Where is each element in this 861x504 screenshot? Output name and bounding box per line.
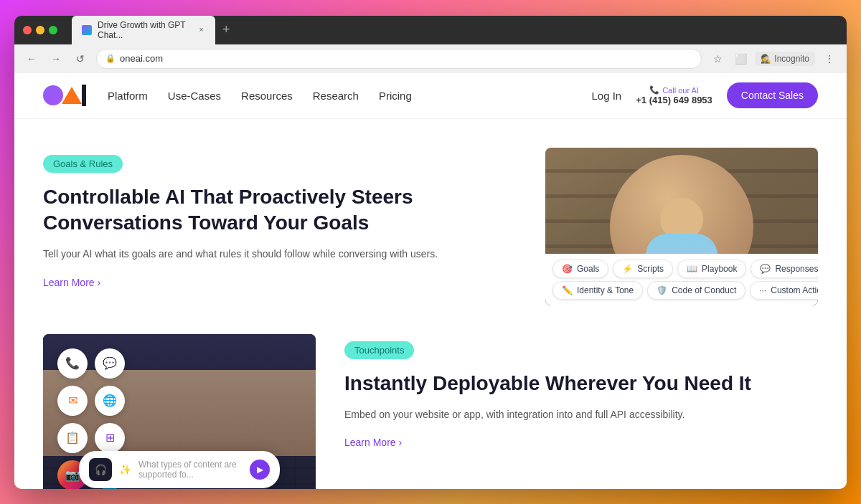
- tag-scripts[interactable]: ⚡ Scripts: [613, 260, 673, 278]
- main-content: Goals & Rules Controllable AI That Proac…: [14, 119, 847, 489]
- hero-image: 🎯 Goals ⚡ Scripts 📖 Playbook: [545, 148, 818, 305]
- lock-icon: 🔒: [105, 54, 116, 63]
- browser-window: Drive Growth with GPT Chat... × + ← → ↺ …: [14, 16, 847, 489]
- section1-right: 🎯 Goals ⚡ Scripts 📖 Playbook: [545, 148, 818, 305]
- custom-actions-icon: ···: [759, 285, 766, 295]
- tag-responses[interactable]: 💬 Responses: [751, 260, 818, 278]
- close-traffic-light[interactable]: [23, 26, 32, 34]
- tab-favicon: [82, 25, 92, 35]
- touchpoints-badge: Touchpoints: [344, 341, 414, 359]
- social-row-2: ✉ 🌐: [57, 386, 125, 416]
- browser-toolbar: ← → ↺ 🔒 oneai.com ☆ ⬜ 🕵 Incognito ⋮: [14, 44, 847, 73]
- browser-menu-icon[interactable]: ⋮: [821, 50, 838, 67]
- maximize-traffic-light[interactable]: [49, 26, 57, 34]
- new-tab-button[interactable]: +: [218, 22, 235, 37]
- address-bar[interactable]: 🔒 oneai.com: [96, 49, 702, 69]
- url-text: oneai.com: [120, 53, 163, 64]
- tab-close-button[interactable]: ×: [197, 25, 205, 35]
- traffic-lights: [23, 26, 57, 34]
- section2-touchpoints: 📞 💬 ✉ 🌐 📋 ⊞: [14, 313, 847, 489]
- section2-image: 📞 💬 ✉ 🌐 📋 ⊞: [43, 334, 316, 489]
- section2-right: Touchpoints Instantly Deployable Whereve…: [344, 334, 818, 449]
- social-icon-copy[interactable]: 📋: [57, 423, 88, 453]
- nav-resources[interactable]: Resources: [241, 90, 293, 102]
- section2-description: Embed on your website or app, with integ…: [344, 406, 818, 422]
- call-button[interactable]: 📞 Call our AI +1 (415) 649 8953: [636, 85, 712, 105]
- tag-playbook[interactable]: 📖 Playbook: [677, 260, 746, 278]
- tag-code-of-conduct[interactable]: 🛡️ Code of Conduct: [647, 281, 745, 300]
- social-icon-chat[interactable]: 💬: [95, 348, 125, 379]
- chat-input-overlay: 🎧 ✨ What types of content are supported …: [79, 451, 280, 488]
- goals-icon: 🎯: [562, 264, 573, 274]
- logo-circle: [43, 85, 63, 105]
- section1-left: Goals & Rules Controllable AI That Proac…: [43, 148, 517, 288]
- section2-left: 📞 💬 ✉ 🌐 📋 ⊞: [43, 334, 316, 489]
- nav-links: Platform Use-Cases Resources Research Pr…: [108, 90, 591, 102]
- social-icon-globe[interactable]: 🌐: [95, 386, 125, 416]
- identity-icon: ✏️: [562, 285, 573, 295]
- extensions-icon[interactable]: ⬜: [732, 50, 749, 67]
- site-logo[interactable]: [43, 85, 86, 106]
- call-label: 📞 Call our AI: [649, 85, 699, 95]
- nav-platform[interactable]: Platform: [108, 90, 148, 102]
- forward-button[interactable]: →: [47, 50, 65, 67]
- social-icon-slack[interactable]: ⊞: [95, 423, 125, 453]
- goals-rules-badge: Goals & Rules: [43, 155, 123, 173]
- section1-description: Tell your AI what its goals are and what…: [43, 246, 517, 262]
- tag-row-1: 🎯 Goals ⚡ Scripts 📖 Playbook: [552, 260, 811, 278]
- tab-title: Drive Growth with GPT Chat...: [98, 20, 192, 40]
- browser-titlebar: Drive Growth with GPT Chat... × +: [14, 16, 847, 44]
- tag-row-2: ✏️ Identity & Tone 🛡️ Code of Conduct ··…: [552, 281, 811, 300]
- minimize-traffic-light[interactable]: [36, 26, 44, 34]
- tag-custom-actions[interactable]: ··· Custom Actions: [750, 281, 818, 300]
- nav-use-cases[interactable]: Use-Cases: [168, 90, 221, 102]
- tag-goals[interactable]: 🎯 Goals: [552, 260, 608, 278]
- back-button[interactable]: ←: [23, 50, 40, 67]
- toolbar-actions: ☆ ⬜ 🕵 Incognito ⋮: [709, 50, 838, 67]
- chat-send-button[interactable]: ▶: [250, 460, 270, 480]
- section1-goals-rules: Goals & Rules Controllable AI That Proac…: [14, 119, 847, 305]
- logo-bar: [82, 85, 86, 106]
- scripts-icon: ⚡: [622, 264, 633, 274]
- responses-icon: 💬: [760, 264, 771, 274]
- login-link[interactable]: Log In: [591, 90, 621, 102]
- feature-tags: 🎯 Goals ⚡ Scripts 📖 Playbook: [545, 254, 818, 305]
- tab-bar: Drive Growth with GPT Chat... × +: [72, 16, 235, 44]
- nav-pricing[interactable]: Pricing: [379, 90, 412, 102]
- nav-research[interactable]: Research: [313, 90, 359, 102]
- logo-triangle: [62, 87, 82, 104]
- contact-sales-button[interactable]: Contact Sales: [727, 82, 818, 108]
- chat-sparkle-icon: ✨: [119, 464, 131, 475]
- social-icon-email[interactable]: ✉: [57, 386, 88, 416]
- tag-identity-tone[interactable]: ✏️ Identity & Tone: [552, 281, 643, 300]
- section1-title: Controllable AI That Proactively Steers …: [43, 184, 517, 237]
- section2-title: Instantly Deployable Wherever You Need I…: [344, 371, 818, 396]
- reload-button[interactable]: ↺: [72, 50, 89, 67]
- chat-headphone-icon: 🎧: [89, 458, 112, 481]
- incognito-label: Incognito: [774, 54, 809, 64]
- call-number: +1 (415) 649 8953: [636, 95, 712, 105]
- chat-input-placeholder[interactable]: What types of content are supported fo..…: [138, 460, 243, 480]
- playbook-icon: 📖: [687, 264, 697, 274]
- page-content: Platform Use-Cases Resources Research Pr…: [14, 73, 847, 489]
- section2-learn-more[interactable]: Learn More ›: [344, 437, 818, 448]
- bookmark-icon[interactable]: ☆: [709, 50, 726, 67]
- phone-icon: 📞: [649, 85, 659, 95]
- social-row-1: 📞 💬: [57, 348, 125, 379]
- nav-actions: Log In 📞 Call our AI +1 (415) 649 8953 C…: [591, 82, 818, 108]
- browser-tab-active[interactable]: Drive Growth with GPT Chat... ×: [72, 16, 215, 44]
- incognito-badge: 🕵 Incognito: [755, 52, 815, 66]
- social-icon-phone[interactable]: 📞: [57, 348, 88, 379]
- site-nav: Platform Use-Cases Resources Research Pr…: [14, 73, 847, 119]
- incognito-icon: 🕵: [761, 54, 771, 64]
- social-row-3: 📋 ⊞: [57, 423, 125, 453]
- section1-learn-more[interactable]: Learn More ›: [43, 277, 517, 288]
- conduct-icon: 🛡️: [657, 285, 667, 295]
